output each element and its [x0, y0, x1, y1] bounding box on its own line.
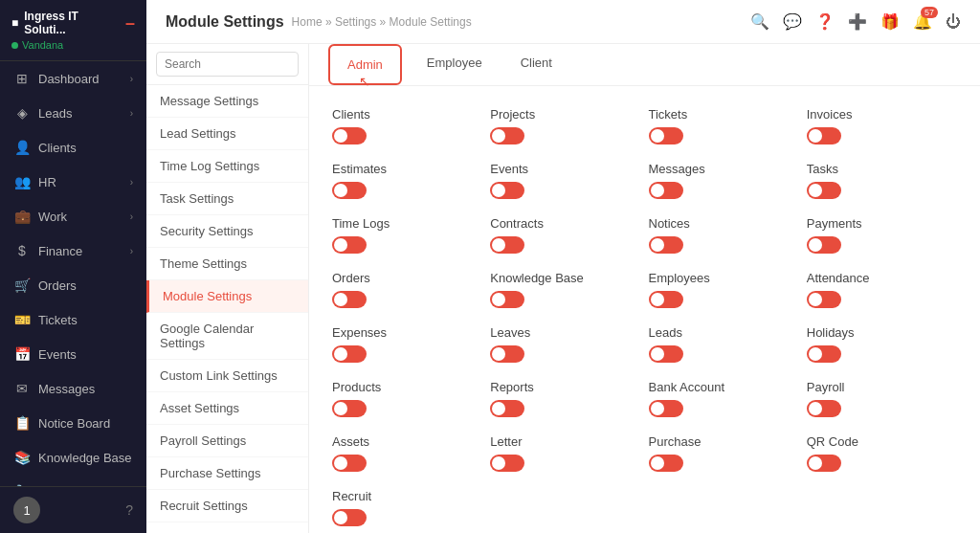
sidebar-label-hr: HR	[38, 175, 56, 189]
settings-item-theme[interactable]: Theme Settings	[146, 248, 308, 280]
toggle-messages[interactable]	[649, 182, 683, 199]
tab-employee[interactable]: Employee	[410, 44, 500, 85]
toggle-contracts[interactable]	[490, 236, 524, 254]
sidebar-label-leads: Leads	[38, 106, 72, 121]
toggle-payments[interactable]	[807, 236, 841, 254]
toggle-orders[interactable]	[332, 291, 367, 308]
toggle-invoices[interactable]	[807, 127, 841, 144]
toggle-leads[interactable]	[649, 345, 683, 363]
settings-item-recruit[interactable]: Recruit Settings	[146, 490, 308, 522]
toggle-expenses[interactable]	[332, 345, 367, 363]
close-icon[interactable]: –	[125, 14, 135, 32]
sidebar-label-work: Work	[38, 210, 67, 224]
toggle-tasks[interactable]	[807, 182, 841, 199]
search-input[interactable]	[156, 52, 299, 77]
toggle-letter[interactable]	[490, 455, 524, 472]
logo-icon: ■	[11, 16, 18, 30]
toggle-attendance[interactable]	[807, 291, 841, 308]
settings-item-custom-link[interactable]: Custom Link Settings	[146, 360, 308, 392]
module-item-bankaccount: Bank Account	[645, 374, 803, 423]
module-item-attendance: Attendance	[803, 265, 961, 314]
toggle-assets[interactable]	[332, 455, 367, 472]
toggle-holidays[interactable]	[807, 345, 841, 363]
toggle-estimates[interactable]	[332, 182, 367, 199]
sidebar-item-assets[interactable]: 🔧 Assets	[0, 475, 146, 486]
toggle-notices[interactable]	[649, 236, 683, 254]
help-icon[interactable]: ?	[125, 502, 133, 518]
dashboard-icon: ⊞	[13, 70, 31, 87]
chat-icon[interactable]: 💬	[783, 12, 802, 31]
settings-item-google-calendar[interactable]: Google Calendar Settings	[146, 313, 308, 360]
tabs-bar: Admin ↖ Employee Client	[309, 44, 980, 86]
sidebar-item-finance[interactable]: $ Finance ›	[0, 233, 146, 268]
settings-item-task[interactable]: Task Settings	[146, 183, 308, 215]
chevron-right-icon: ›	[130, 74, 133, 84]
sidebar-item-hr[interactable]: 👥 HR ›	[0, 165, 146, 199]
tab-client[interactable]: Client	[503, 44, 569, 85]
search-icon[interactable]: 🔍	[750, 12, 769, 31]
gift-icon[interactable]: 🎁	[880, 12, 900, 31]
toggle-products[interactable]	[332, 400, 367, 417]
tab-admin[interactable]: Admin ↖	[328, 44, 402, 85]
module-item-assets: Assets	[328, 429, 486, 477]
module-item-estimates: Estimates	[328, 156, 486, 205]
settings-item-purchase[interactable]: Purchase Settings	[146, 457, 308, 490]
toggle-payroll[interactable]	[807, 400, 841, 417]
knowledgebase-icon: 📚	[13, 449, 31, 466]
settings-item-message[interactable]: Message Settings	[146, 85, 308, 118]
sidebar-item-clients[interactable]: 👤 Clients	[0, 130, 146, 165]
toggle-bankaccount[interactable]	[649, 400, 683, 417]
help-icon[interactable]: ❓	[815, 12, 835, 31]
toggle-knowledgebase[interactable]	[490, 291, 524, 308]
toggle-projects[interactable]	[490, 127, 524, 144]
sidebar-user: Vandana	[11, 39, 135, 51]
sidebar-label-dashboard: Dashboard	[38, 72, 100, 86]
module-row-7: Assets Letter Purchase QR Code	[328, 429, 961, 477]
toggle-leaves[interactable]	[490, 345, 524, 363]
toggle-clients[interactable]	[332, 127, 367, 144]
sidebar-nav: ⊞ Dashboard › ◈ Leads › 👤 Clients 👥 HR ›	[0, 61, 146, 486]
sidebar-item-knowledgebase[interactable]: 📚 Knowledge Base	[0, 440, 146, 475]
notification-icon[interactable]: 🔔 57	[913, 12, 932, 31]
settings-item-timelog[interactable]: Time Log Settings	[146, 150, 308, 183]
topbar: Module Settings Home » Settings » Module…	[146, 0, 980, 44]
sidebar-item-orders[interactable]: 🛒 Orders	[0, 268, 146, 302]
toggle-qrcode[interactable]	[807, 455, 841, 472]
settings-item-asset[interactable]: Asset Settings	[146, 392, 308, 425]
toggle-reports[interactable]	[490, 400, 524, 417]
settings-item-payroll[interactable]: Payroll Settings	[146, 425, 308, 457]
sidebar-item-noticeboard[interactable]: 📋 Notice Board	[0, 406, 146, 440]
plus-icon[interactable]: ➕	[848, 12, 867, 31]
page-title: Module Settings	[166, 13, 284, 31]
sidebar-item-work[interactable]: 💼 Work ›	[0, 199, 146, 233]
hr-icon: 👥	[13, 173, 31, 190]
sidebar-item-dashboard[interactable]: ⊞ Dashboard ›	[0, 61, 146, 96]
module-item-events: Events	[486, 156, 644, 205]
search-box	[146, 44, 308, 85]
main-content: Module Settings Home » Settings » Module…	[146, 0, 980, 533]
sidebar-item-leads[interactable]: ◈ Leads ›	[0, 96, 146, 130]
toggle-timelogs[interactable]	[332, 236, 367, 254]
sidebar-item-events[interactable]: 📅 Events	[0, 337, 146, 371]
power-icon[interactable]: ⏻	[946, 13, 961, 31]
module-item-tasks: Tasks	[803, 156, 961, 205]
settings-item-lead[interactable]: Lead Settings	[146, 118, 308, 150]
toggle-events[interactable]	[490, 182, 524, 199]
module-item-leads: Leads	[645, 320, 803, 368]
sidebar-item-messages[interactable]: ✉ Messages	[0, 371, 146, 406]
sidebar-label-events: Events	[38, 347, 77, 362]
settings-item-billing[interactable]: Billing	[146, 522, 308, 533]
module-item-leaves: Leaves	[486, 320, 644, 368]
sidebar-label-messages: Messages	[38, 382, 95, 396]
module-item-knowledgebase: Knowledge Base	[486, 265, 644, 314]
sidebar-item-tickets[interactable]: 🎫 Tickets	[0, 302, 146, 337]
chevron-right-icon: ›	[130, 211, 133, 222]
settings-item-security[interactable]: Security Settings	[146, 215, 308, 248]
toggle-recruit[interactable]	[332, 509, 367, 526]
module-item-holidays: Holidays	[803, 320, 961, 368]
module-item-orders: Orders	[328, 265, 486, 314]
toggle-tickets[interactable]	[649, 127, 683, 144]
toggle-employees[interactable]	[649, 291, 683, 308]
toggle-purchase[interactable]	[649, 455, 683, 472]
settings-item-module[interactable]: Module Settings	[146, 280, 308, 313]
